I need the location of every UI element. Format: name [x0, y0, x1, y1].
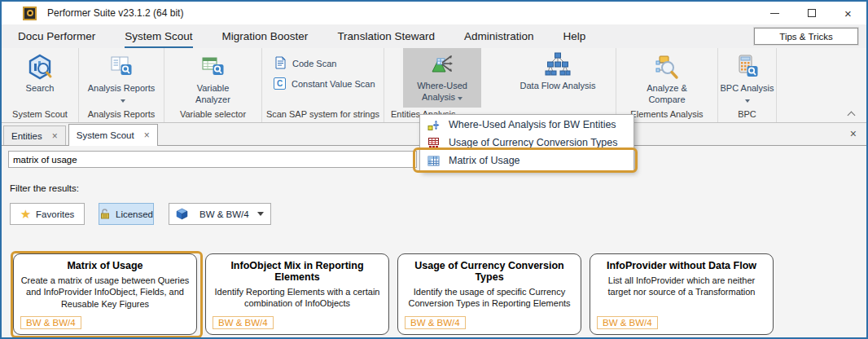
system-type-value: BW & BW/4: [199, 209, 249, 219]
ribbon-collapse-button[interactable]: [848, 110, 855, 117]
search-button[interactable]: Search: [26, 51, 55, 94]
maximize-icon: [808, 9, 816, 17]
pane-close-icon[interactable]: ×: [850, 127, 857, 140]
card-matrix-of-usage[interactable]: Matrix of Usage Create a matrix of usage…: [13, 253, 197, 335]
code-scan-button-label: Code Scan: [292, 59, 336, 68]
menu-item-label: Matrix of Usage: [449, 155, 520, 166]
card-infoprovider-without-dataflow[interactable]: InfoProvider without Data Flow List all …: [590, 253, 774, 335]
where-used-analysis-button[interactable]: Where-Used Analysis: [403, 48, 481, 108]
dropdown-arrow-icon: [257, 212, 264, 216]
report-magnifier-icon: [108, 54, 134, 80]
search-icon: [27, 54, 53, 80]
tips-and-tricks-button[interactable]: Tips & Tricks: [754, 28, 858, 45]
card-title: Usage of Currency Conversion Types: [405, 260, 574, 283]
ribbon: Search System Scout: [2, 48, 866, 123]
analyze-compare-button[interactable]: Analyze & Compare: [632, 51, 702, 106]
where-used-arrows-icon: [429, 51, 455, 77]
variable-table-magnifier-icon: [200, 54, 226, 80]
ribbon-group-scan-sap: Code Scan C Constant Value Scan Scan SAP…: [262, 48, 384, 122]
bpc-analysis-button-label: BPC Analysis: [720, 83, 774, 93]
ribbon-group-label: BPC: [718, 108, 776, 122]
ribbon-group-elements-analysis: Analyze & Compare Elements Analysis: [616, 48, 718, 122]
card-badge: BW & BW/4: [20, 316, 81, 329]
constant-value-scan-button[interactable]: C Constant Value Scan: [274, 77, 375, 90]
constant-value-scan-button-label: Constant Value Scan: [292, 79, 375, 89]
analysis-reports-button[interactable]: Analysis Reports: [86, 51, 156, 106]
card-list: Matrix of Usage Create a matrix of usage…: [13, 253, 774, 335]
variable-analyzer-button[interactable]: Variable Analyzer: [181, 51, 246, 106]
card-badge: BW & BW/4: [597, 316, 658, 329]
menu-bar: Docu Performer System Scout Migration Bo…: [2, 24, 866, 48]
window-title: Performer Suite v23.1.2 (64 bit): [47, 7, 183, 19]
card-description: Create a matrix of usage between Queries…: [20, 275, 190, 310]
chevron-up-icon: [848, 112, 856, 120]
where-used-bw-icon: [427, 119, 440, 131]
menu-item-label: Where-Used Analysis for BW Entities: [449, 119, 616, 130]
ribbon-group-variable-selector: Variable Analyzer Variable selector: [164, 48, 262, 122]
search-input[interactable]: [8, 151, 417, 168]
where-used-dropdown-menu: Where-Used Analysis for BW Entities Usag…: [419, 114, 634, 171]
maximize-button[interactable]: [793, 2, 830, 24]
menu-item-docu-performer[interactable]: Docu Performer: [18, 24, 95, 48]
card-infoobject-mix[interactable]: InfoObject Mix in Reporting Elements Ide…: [205, 253, 389, 335]
star-icon: ★: [20, 208, 31, 220]
menu-item-system-scout[interactable]: System Scout: [125, 24, 192, 48]
tab-close-icon[interactable]: ×: [144, 130, 150, 141]
menu-item-help[interactable]: Help: [563, 24, 585, 48]
menu-item-migration-booster[interactable]: Migration Booster: [222, 24, 309, 48]
code-document-icon: [274, 56, 287, 71]
analyze-compare-button-label: Analyze & Compare: [647, 83, 687, 104]
minimize-icon: [770, 13, 779, 14]
code-scan-button[interactable]: Code Scan: [274, 56, 336, 71]
ribbon-group-label: System Scout: [2, 108, 78, 122]
card-description: Identify Reporting Elements with a certa…: [213, 286, 382, 310]
tab-close-icon[interactable]: ×: [52, 130, 58, 142]
content-area: Filter the results: ★ Favorites Licensed: [2, 146, 866, 337]
cube-icon: [176, 208, 188, 220]
menu-item-where-used-bw[interactable]: Where-Used Analysis for BW Entities: [420, 116, 633, 134]
card-title: Matrix of Usage: [20, 260, 190, 271]
caret-down-icon: [745, 99, 750, 103]
card-currency-conversion[interactable]: Usage of Currency Conversion Types Ident…: [397, 253, 581, 335]
filter-results-label: Filter the results:: [10, 183, 79, 193]
licensed-button-label: Licensed: [116, 209, 153, 219]
card-description: List all InfoProvider which are neither …: [597, 275, 766, 298]
bpc-analysis-button[interactable]: BPC Analysis: [719, 51, 776, 106]
card-title: InfoProvider without Data Flow: [597, 260, 766, 271]
favorites-button-label: Favorites: [36, 209, 74, 219]
bpc-calculator-icon: [734, 54, 761, 80]
licensed-filter-button[interactable]: Licensed: [99, 203, 154, 225]
app-logo-icon: [23, 7, 37, 20]
search-button-label: Search: [26, 83, 55, 93]
currency-conversion-icon: [427, 137, 440, 149]
ribbon-group-system-scout: Search System Scout: [2, 48, 79, 122]
ribbon-group-bpc: BPC Analysis BPC: [718, 48, 777, 122]
data-flow-tree-icon: [545, 51, 571, 77]
tab-label: System Scout: [77, 130, 134, 140]
card-description: Identify the usage of specific Currency …: [405, 286, 574, 310]
app-window: Performer Suite v23.1.2 (64 bit) × Docu …: [0, 0, 868, 339]
menu-item-translation-steward[interactable]: Translation Steward: [337, 24, 435, 48]
analyze-compare-icon: [654, 54, 680, 80]
data-flow-analysis-button-label: Data Flow Analysis: [520, 81, 596, 90]
close-button[interactable]: ×: [830, 2, 866, 24]
menu-item-matrix-of-usage[interactable]: Matrix of Usage: [420, 152, 633, 170]
menu-item-currency-conversion[interactable]: Usage of Currency Conversion Types: [420, 134, 633, 152]
matrix-table-icon: [427, 155, 440, 167]
tab-system-scout[interactable]: System Scout ×: [68, 124, 158, 146]
tab-label: Entities: [11, 131, 42, 141]
analysis-reports-button-label: Analysis Reports: [88, 83, 156, 93]
caret-down-icon: [458, 97, 462, 100]
tab-entities[interactable]: Entities ×: [3, 125, 66, 145]
minimize-button[interactable]: [756, 2, 793, 24]
favorites-filter-button[interactable]: ★ Favorites: [10, 203, 85, 225]
card-title: InfoObject Mix in Reporting Elements: [213, 260, 382, 283]
ribbon-group-label: Analysis Reports: [79, 108, 164, 122]
unlock-icon: [99, 208, 111, 221]
data-flow-analysis-button[interactable]: Data Flow Analysis: [519, 48, 597, 91]
ribbon-group-label: Scan SAP system for strings: [262, 108, 384, 122]
menu-item-administration[interactable]: Administration: [464, 24, 534, 48]
system-type-dropdown[interactable]: BW & BW/4: [169, 203, 271, 225]
ribbon-group-analysis-reports: Analysis Reports Analysis Reports: [79, 48, 164, 122]
caret-down-icon: [121, 99, 125, 103]
